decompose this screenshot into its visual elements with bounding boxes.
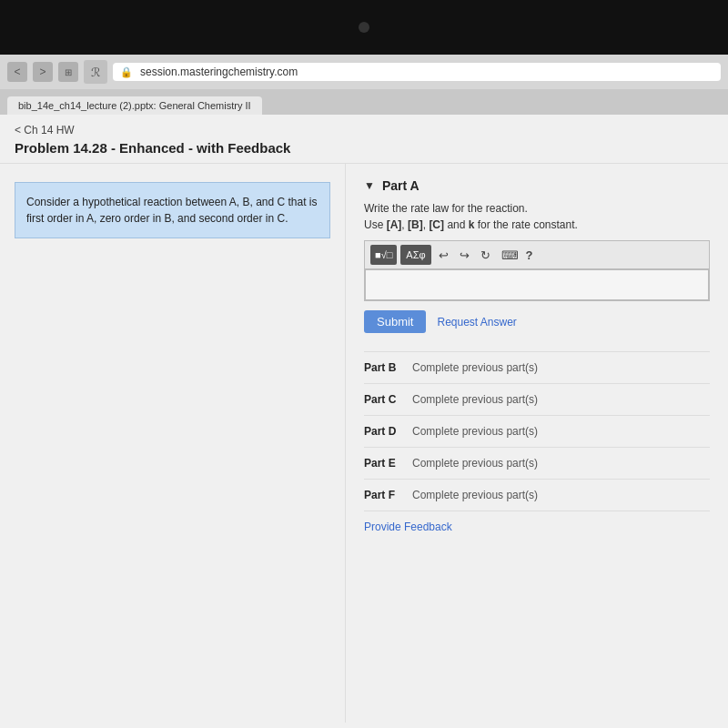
active-tab[interactable]: bib_14e_ch14_lecture (2).pptx: General C…	[7, 96, 262, 115]
help-button[interactable]: ?	[526, 248, 533, 262]
provide-feedback-link[interactable]: Provide Feedback	[364, 511, 710, 533]
part-b-row: Part B Complete previous part(s)	[364, 351, 710, 383]
part-e-label: Part E	[364, 457, 405, 470]
part-f-row: Part F Complete previous part(s)	[364, 479, 710, 511]
problem-title: Problem 14.28 - Enhanced - with Feedback	[15, 140, 713, 156]
part-c-row: Part C Complete previous part(s)	[364, 383, 710, 415]
square-root-button[interactable]: ■√□	[370, 245, 397, 265]
part-b-label: Part B	[364, 361, 405, 374]
main-content: < Ch 14 HW Problem 14.28 - Enhanced - wi…	[0, 115, 728, 728]
part-f-status: Complete previous part(s)	[412, 489, 538, 501]
collapse-arrow-icon[interactable]: ▼	[364, 179, 375, 192]
question-box: Consider a hypothetical reaction between…	[15, 182, 330, 238]
camera-dot	[359, 22, 369, 33]
address-url: session.masteringchemistry.com	[140, 66, 713, 78]
greek-symbols-button[interactable]: AΣφ	[400, 245, 430, 265]
equation-toolbar: ■√□ AΣφ ↩ ↪ ↻ ⌨ ?	[364, 240, 710, 268]
part-a-header: ▼ Part A	[364, 178, 710, 193]
part-d-row: Part D Complete previous part(s)	[364, 415, 710, 447]
content-layout: Consider a hypothetical reaction between…	[0, 164, 728, 723]
part-a-section: ▼ Part A Write the rate law for the reac…	[364, 178, 710, 333]
part-b-status: Complete previous part(s)	[412, 361, 538, 374]
tab-overview-button[interactable]: ⊞	[58, 62, 78, 82]
part-f-label: Part F	[364, 489, 405, 501]
back-button[interactable]: <	[7, 62, 27, 82]
part-c-label: Part C	[364, 393, 405, 406]
undo-button[interactable]: ↩	[435, 247, 452, 264]
forward-button[interactable]: >	[33, 62, 53, 82]
question-text: Consider a hypothetical reaction between…	[26, 196, 318, 225]
part-a-label: Part A	[382, 178, 420, 193]
part-a-instruction: Write the rate law for the reaction.	[364, 202, 710, 215]
top-bar	[0, 0, 728, 55]
part-d-label: Part D	[364, 425, 405, 438]
part-c-status: Complete previous part(s)	[412, 393, 538, 406]
redo-button[interactable]: ↪	[456, 247, 473, 264]
part-d-status: Complete previous part(s)	[412, 425, 538, 438]
request-answer-link[interactable]: Request Answer	[437, 316, 516, 329]
search-symbol: ℛ	[91, 66, 100, 79]
address-bar[interactable]: 🔒 session.masteringchemistry.com	[113, 63, 721, 81]
keyboard-button[interactable]: ⌨	[498, 247, 522, 264]
submit-button[interactable]: Submit	[364, 310, 426, 333]
search-icon-area[interactable]: ℛ	[84, 60, 107, 84]
back-link[interactable]: < Ch 14 HW	[15, 124, 713, 136]
page-header: < Ch 14 HW Problem 14.28 - Enhanced - wi…	[0, 115, 728, 164]
answer-input-container	[364, 268, 710, 301]
submit-area: Submit Request Answer	[364, 310, 710, 333]
browser-chrome: < > ⊞ ℛ 🔒 session.masteringchemistry.com	[0, 55, 728, 89]
part-e-status: Complete previous part(s)	[412, 457, 538, 470]
answer-input[interactable]	[365, 269, 709, 300]
right-panel: ▼ Part A Write the rate law for the reac…	[346, 164, 728, 723]
part-a-hint: Use [A], [B], [C] and k for the rate con…	[364, 218, 710, 231]
tab-bar: bib_14e_ch14_lecture (2).pptx: General C…	[0, 89, 728, 115]
part-e-row: Part E Complete previous part(s)	[364, 447, 710, 479]
refresh-button[interactable]: ↻	[477, 247, 494, 264]
other-parts: Part B Complete previous part(s) Part C …	[364, 351, 710, 533]
lock-icon: 🔒	[120, 66, 133, 78]
left-panel: Consider a hypothetical reaction between…	[0, 164, 346, 723]
